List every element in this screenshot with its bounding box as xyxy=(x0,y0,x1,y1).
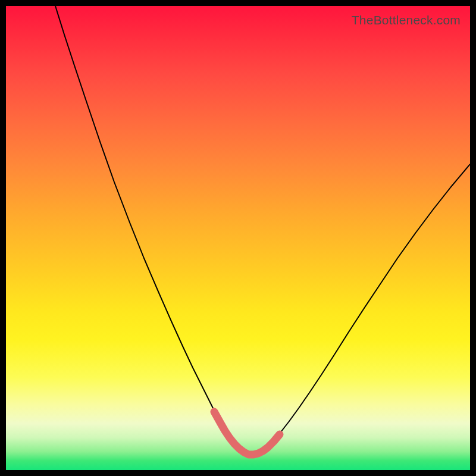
bottleneck-curve xyxy=(55,6,470,453)
trough-highlight xyxy=(214,412,280,455)
curve-layer xyxy=(6,6,470,470)
watermark-text: TheBottleneck.com xyxy=(352,13,461,27)
chart-stage: TheBottleneck.com xyxy=(0,0,476,476)
gradient-plot-area: TheBottleneck.com xyxy=(6,6,470,470)
